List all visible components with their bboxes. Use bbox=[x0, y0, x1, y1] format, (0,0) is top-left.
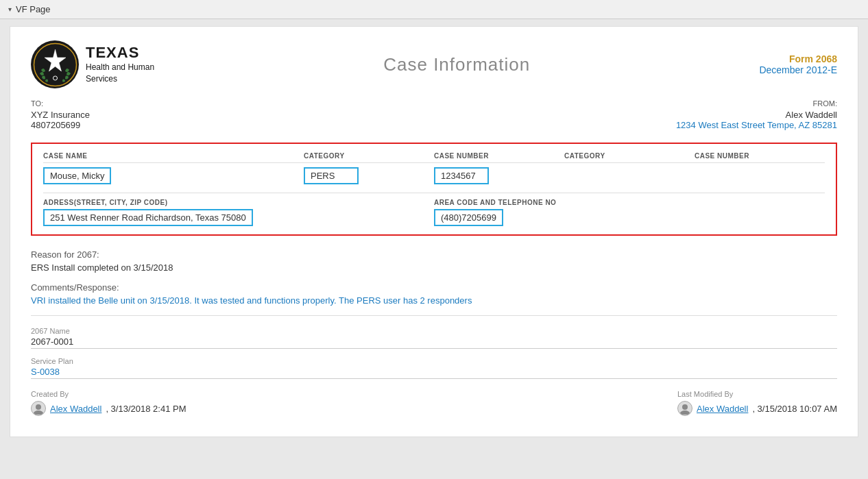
created-by-label: Created By bbox=[31, 390, 186, 398]
last-modified-value-row: Alex Waddell , 3/15/2018 10:07 AM bbox=[677, 401, 837, 416]
service-plan-value: S-0038 bbox=[31, 367, 837, 379]
texas-logo-circle bbox=[31, 40, 79, 88]
page-container: TEXAS Health and Human Services Case Inf… bbox=[10, 26, 858, 437]
logo-text: TEXAS Health and Human Services bbox=[86, 44, 154, 85]
case-address-row: ADRESS(STREET, CITY, ZIP CODE) AREA CODE… bbox=[43, 193, 825, 226]
to-section: TO: XYZ Insurance 4807205699 bbox=[31, 99, 90, 130]
svg-point-6 bbox=[680, 410, 690, 415]
col-case-number2-header: CASE NUMBER bbox=[695, 152, 825, 160]
address-label-row: ADRESS(STREET, CITY, ZIP CODE) AREA CODE… bbox=[43, 199, 825, 206]
vf-page-header: ▾ VF Page bbox=[0, 0, 868, 19]
created-by-value-row: Alex Waddell , 3/13/2018 2:41 PM bbox=[31, 401, 186, 416]
from-label: FROM: bbox=[676, 99, 837, 108]
comments-label: Comments/Response: bbox=[31, 282, 837, 293]
last-modified-avatar bbox=[677, 401, 692, 416]
col-case-name-header: CASE NAME bbox=[43, 152, 304, 160]
svg-point-4 bbox=[34, 410, 43, 415]
to-label: TO: bbox=[31, 99, 90, 108]
spacer-col bbox=[629, 199, 825, 206]
chevron-icon: ▾ bbox=[8, 5, 12, 13]
case-values-row: Mouse, Micky PERS 1234567 bbox=[43, 167, 825, 184]
last-modified-link[interactable]: Alex Waddell bbox=[697, 404, 748, 414]
from-name: Alex Waddell bbox=[676, 110, 837, 120]
reason-value: ERS Install completed on 3/15/2018 bbox=[31, 262, 837, 273]
logo-subtitle-line1: Health and Human bbox=[86, 62, 154, 73]
comments-section: Comments/Response: VRI installed the Bel… bbox=[31, 282, 837, 306]
bottom-info: 2067 Name 2067-0001 Service Plan S-0038 … bbox=[31, 315, 837, 416]
last-modified-section: Last Modified By Alex Waddell , 3/15/201… bbox=[677, 390, 837, 416]
vf-page-label: VF Page bbox=[16, 4, 51, 14]
from-address: 1234 West East Street Tempe, AZ 85281 bbox=[676, 120, 837, 130]
last-modified-label: Last Modified By bbox=[677, 390, 837, 398]
phone-value: (480)7205699 bbox=[434, 209, 503, 226]
name-2067-value: 2067-0001 bbox=[31, 336, 837, 349]
created-by-link[interactable]: Alex Waddell bbox=[50, 404, 101, 414]
header-row: TEXAS Health and Human Services Case Inf… bbox=[31, 40, 837, 88]
phone-value-col: (480)7205699 bbox=[434, 209, 629, 226]
avatar-svg bbox=[32, 402, 45, 415]
to-name: XYZ Insurance bbox=[31, 110, 90, 120]
form-date: December 2012-E bbox=[759, 64, 837, 75]
col-case-number-header: CASE NUMBER bbox=[434, 152, 564, 160]
reason-section: Reason for 2067: ERS Install completed o… bbox=[31, 249, 837, 273]
last-modified-date: , 3/15/2018 10:07 AM bbox=[752, 404, 837, 414]
phone-header: AREA CODE AND TELEPHONE NO bbox=[434, 199, 629, 206]
created-by-section: Created By Alex Waddell , 3/13/2018 2:41… bbox=[31, 390, 186, 416]
form-info: Form 2068 December 2012-E bbox=[759, 53, 837, 75]
address-header: ADRESS(STREET, CITY, ZIP CODE) bbox=[43, 199, 434, 206]
created-by-avatar bbox=[31, 401, 46, 416]
col-category-header: CATEGORY bbox=[304, 152, 434, 160]
logo-texas-text: TEXAS bbox=[86, 44, 154, 62]
name-2067-label: 2067 Name bbox=[31, 327, 837, 335]
name-plan-row: 2067 Name 2067-0001 Service Plan S-0038 bbox=[31, 327, 837, 379]
form-number: Form 2068 bbox=[759, 53, 837, 64]
to-phone: 4807205699 bbox=[31, 120, 90, 130]
name-2067-field: 2067 Name 2067-0001 bbox=[31, 327, 837, 349]
col-category2-header: CATEGORY bbox=[564, 152, 695, 160]
case-number-value: 1234567 bbox=[434, 167, 489, 184]
case-headers-row: CASE NAME CATEGORY CASE NUMBER CATEGORY … bbox=[43, 152, 825, 163]
address-values-row: 251 West Renner Road Richardson, Texas 7… bbox=[43, 209, 825, 226]
category-field: PERS bbox=[304, 167, 434, 184]
case-name-value: Mouse, Micky bbox=[43, 167, 111, 184]
from-section: FROM: Alex Waddell 1234 West East Street… bbox=[676, 99, 837, 130]
texas-seal-svg bbox=[33, 42, 77, 87]
category-value: PERS bbox=[304, 167, 359, 184]
case-number-field: 1234567 bbox=[434, 167, 564, 184]
service-plan-field: Service Plan S-0038 bbox=[31, 357, 837, 379]
logo-area: TEXAS Health and Human Services bbox=[31, 40, 154, 88]
to-from-row: TO: XYZ Insurance 4807205699 FROM: Alex … bbox=[31, 99, 837, 130]
reason-label: Reason for 2067: bbox=[31, 249, 837, 260]
logo-subtitle-line2: Services bbox=[86, 73, 154, 85]
svg-point-3 bbox=[36, 404, 41, 410]
case-info-box: CASE NAME CATEGORY CASE NUMBER CATEGORY … bbox=[31, 143, 837, 236]
address-value-col: 251 West Renner Road Richardson, Texas 7… bbox=[43, 209, 434, 226]
comments-value: VRI installed the Belle unit on 3/15/201… bbox=[31, 295, 837, 306]
created-by-date: , 3/13/2018 2:41 PM bbox=[106, 404, 186, 414]
address-value: 251 West Renner Road Richardson, Texas 7… bbox=[43, 209, 253, 226]
svg-point-5 bbox=[682, 404, 688, 410]
created-modified-row: Created By Alex Waddell , 3/13/2018 2:41… bbox=[31, 390, 837, 416]
case-name-field: Mouse, Micky bbox=[43, 167, 304, 184]
page-title: Case Information bbox=[154, 54, 759, 75]
avatar-svg2 bbox=[679, 402, 691, 415]
service-plan-label: Service Plan bbox=[31, 357, 837, 365]
